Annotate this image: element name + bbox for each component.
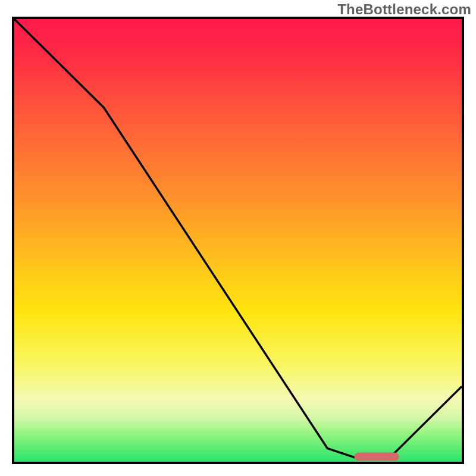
- optimal-marker: [355, 453, 399, 461]
- watermark-text: TheBottleneck.com: [337, 1, 471, 18]
- bottleneck-curve-line: [14, 19, 462, 458]
- chart-frame: TheBottleneck.com: [0, 0, 476, 476]
- chart-overlay-svg: [14, 19, 462, 462]
- plot-area: [12, 17, 464, 464]
